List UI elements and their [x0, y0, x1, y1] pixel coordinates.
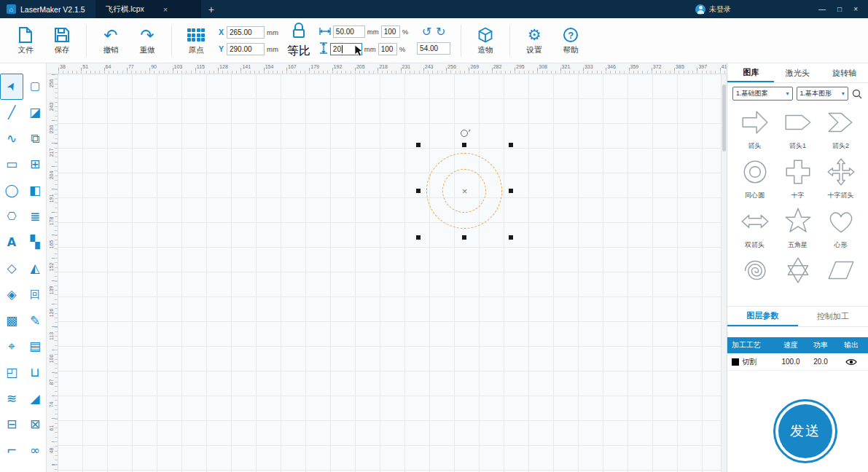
- save-button[interactable]: 保存: [44, 25, 80, 55]
- table-row[interactable]: 切割100.020.0: [727, 353, 868, 371]
- shape-star-5[interactable]: 五角星: [776, 206, 819, 251]
- table-tool[interactable]: ⊟: [0, 412, 23, 438]
- rotate-cw-icon[interactable]: ↻: [436, 26, 445, 38]
- text-tool[interactable]: A: [0, 229, 23, 256]
- settings-button[interactable]: ⚙ 设置: [516, 25, 552, 55]
- ruler-number: 141: [242, 64, 251, 69]
- weld-tool[interactable]: ⊔: [23, 360, 47, 386]
- selection-bounding-box[interactable]: ×: [418, 145, 511, 237]
- shape-arrow-chevron[interactable]: 箭头2: [819, 107, 862, 152]
- mirror-vertical-tool[interactable]: ◭: [23, 256, 47, 282]
- tab-laser-head[interactable]: 激光头: [774, 63, 821, 82]
- tab-control-process[interactable]: 控制加工: [798, 307, 868, 326]
- shape-arrow-right[interactable]: 箭头: [733, 107, 776, 152]
- link-tool[interactable]: ∞: [23, 438, 47, 464]
- create-button[interactable]: 造物: [467, 25, 504, 55]
- group-tool[interactable]: ▚: [23, 229, 47, 256]
- marquee-select-tool[interactable]: ▢: [23, 74, 47, 100]
- help-button[interactable]: ? 帮助: [552, 25, 589, 55]
- mirror-horizontal-tool[interactable]: ◧: [23, 178, 47, 204]
- category-select[interactable]: 1.基础图案 ▾: [732, 87, 793, 101]
- tab-layer-params[interactable]: 图层参数: [727, 307, 798, 326]
- tab-close-icon[interactable]: ×: [163, 5, 168, 14]
- shape-label: 箭头2: [832, 141, 849, 149]
- resize-handle[interactable]: [416, 235, 421, 240]
- origin-button[interactable]: 原点: [178, 25, 214, 55]
- origin-label: 原点: [189, 45, 204, 55]
- document-tab[interactable]: 飞行棋.lcpx ×: [95, 0, 201, 18]
- shape-heart[interactable]: 心形: [819, 206, 862, 251]
- tab-rotary-axis[interactable]: 旋转轴: [821, 63, 868, 82]
- layer-color-swatch[interactable]: [732, 358, 739, 366]
- design-canvas[interactable]: ×: [58, 74, 721, 472]
- search-icon[interactable]: [852, 88, 863, 100]
- width-input[interactable]: 50.00: [333, 25, 365, 38]
- shape-parallelogram[interactable]: [819, 255, 862, 300]
- x-position-input[interactable]: 265.00: [227, 26, 265, 39]
- shape-arrow-pentagon[interactable]: 箭头1: [776, 107, 819, 152]
- tag-tool[interactable]: ◈: [0, 282, 23, 308]
- crop-tool[interactable]: ◰: [0, 360, 23, 386]
- shape-star-6[interactable]: [776, 255, 819, 300]
- layers-tool[interactable]: ≋: [0, 385, 23, 412]
- file-button[interactable]: 文件: [7, 25, 44, 55]
- angle-input[interactable]: 54.00: [417, 42, 450, 55]
- minimize-button[interactable]: —: [818, 5, 826, 13]
- fill-shape-tool[interactable]: ◪: [23, 100, 47, 126]
- y-position-input[interactable]: 290.00: [227, 43, 265, 55]
- center-point-tool[interactable]: ⌖: [0, 334, 23, 360]
- shape-type-select[interactable]: 1.基本图形 ▾: [797, 87, 848, 101]
- ruler-number: 346: [607, 64, 616, 69]
- undo-button[interactable]: ↶ 撤销: [93, 25, 129, 55]
- curve-tool[interactable]: ∿: [0, 125, 23, 152]
- resize-handle[interactable]: [416, 189, 421, 193]
- array-copy-tool[interactable]: ⊞: [23, 152, 47, 178]
- resize-handle[interactable]: [509, 235, 513, 240]
- align-tool[interactable]: ≣: [23, 203, 47, 229]
- proportional-lock[interactable]: 等比: [287, 22, 310, 59]
- shape-concentric-circles[interactable]: 同心圆: [733, 157, 776, 202]
- rotate-ccw-icon[interactable]: ↺: [422, 26, 431, 38]
- select-tool[interactable]: ➤: [0, 74, 23, 100]
- split-tool[interactable]: ⊠: [23, 412, 47, 438]
- canvas-scrollbar[interactable]: [721, 74, 727, 472]
- scrollbar-thumb[interactable]: [722, 84, 726, 152]
- resize-handle[interactable]: [462, 235, 466, 240]
- redo-button[interactable]: ↷ 重做: [129, 25, 165, 55]
- duplicate-tool[interactable]: ⧉: [23, 125, 47, 152]
- height-percent-input[interactable]: 100: [378, 43, 397, 55]
- resize-handle[interactable]: [509, 189, 513, 193]
- line-tool[interactable]: ╱: [0, 100, 23, 126]
- pen-tool[interactable]: ✎: [23, 307, 47, 334]
- new-tab-button[interactable]: +: [208, 4, 214, 15]
- link-tool-icon: ∞: [30, 444, 40, 457]
- offset-tool[interactable]: 回: [23, 282, 47, 308]
- hook-tool[interactable]: ⌐: [0, 438, 23, 464]
- shape-double-arrow[interactable]: 双箭头: [733, 206, 776, 251]
- width-percent-input[interactable]: 100: [381, 25, 400, 38]
- ellipse-tool[interactable]: ◯: [0, 178, 23, 204]
- layer-speed[interactable]: 100.0: [775, 358, 806, 366]
- diamond-tool[interactable]: ◇: [0, 256, 23, 282]
- arrow-right-icon: [738, 107, 772, 141]
- rectangle-tool[interactable]: ▭: [0, 152, 23, 178]
- rotate-handle[interactable]: [461, 130, 468, 137]
- height-input[interactable]: 20: [330, 43, 362, 55]
- resize-handle[interactable]: [416, 143, 421, 147]
- resize-handle[interactable]: [462, 143, 466, 147]
- close-button[interactable]: ×: [853, 5, 858, 13]
- shape-cross[interactable]: 十字: [776, 157, 819, 202]
- resize-handle[interactable]: [509, 143, 513, 147]
- shape-cross-arrows[interactable]: 十字箭头: [819, 157, 862, 202]
- polygon-tool[interactable]: ⎔: [0, 203, 23, 229]
- layer-power[interactable]: 20.0: [806, 358, 835, 366]
- maximize-button[interactable]: □: [837, 5, 842, 13]
- image-tool[interactable]: ▤: [23, 334, 47, 360]
- tab-library[interactable]: 图库: [727, 63, 774, 82]
- layer-visibility-toggle[interactable]: [835, 358, 867, 366]
- shape-spiral[interactable]: [733, 255, 776, 300]
- fill-color-tool[interactable]: ◢: [23, 385, 47, 412]
- qrcode-tool[interactable]: ▩: [0, 307, 23, 334]
- user-account[interactable]: 未登录: [695, 4, 731, 15]
- send-button[interactable]: 发送: [773, 399, 837, 463]
